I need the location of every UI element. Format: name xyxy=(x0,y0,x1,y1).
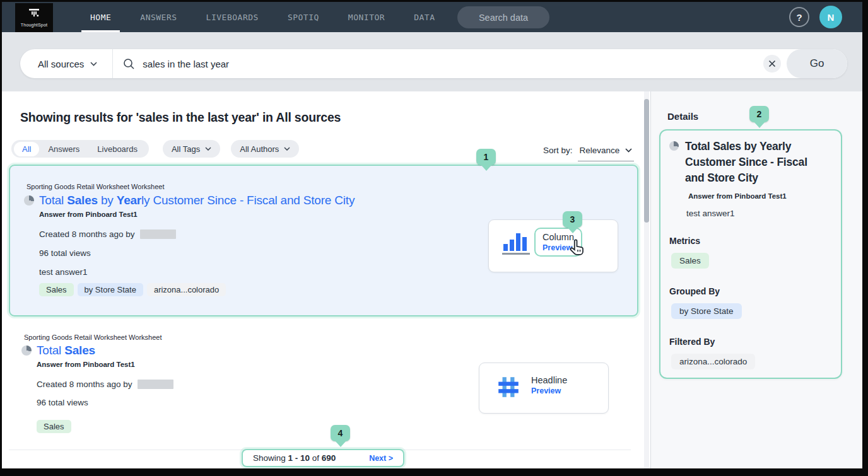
sort-label: Sort by: xyxy=(543,146,573,155)
filtered-by-chip: arizona...colorado xyxy=(671,354,755,369)
result-subtitle: Answer from Pinboard Test1 xyxy=(39,211,138,218)
redacted-author xyxy=(140,229,176,239)
filter-row: All Answers Liveboards All Tags All Auth… xyxy=(11,140,299,158)
metric-tag: Sales xyxy=(39,283,74,296)
close-icon xyxy=(768,60,776,67)
sort-value: Relevance xyxy=(580,146,620,155)
column-chart-icon xyxy=(502,233,530,255)
clear-search-button[interactable] xyxy=(763,55,781,73)
content-area: Showing results for 'sales in the last y… xyxy=(2,91,862,468)
result-card-1: Sporting Goods Retail Worksheet Workshee… xyxy=(9,165,638,316)
next-page-link[interactable]: Next > xyxy=(369,454,393,463)
preview-card-column[interactable]: Column Preview xyxy=(488,219,618,272)
chevron-down-icon xyxy=(284,147,290,151)
user-avatar[interactable]: N xyxy=(819,6,842,28)
source-selector[interactable]: All sources xyxy=(20,59,112,69)
hand-cursor-icon xyxy=(568,239,587,258)
nav-item-spotiq[interactable]: SPOTIQ xyxy=(288,2,319,32)
authors-filter-label: All Authors xyxy=(240,144,279,154)
nav-item-data[interactable]: DATA xyxy=(414,2,435,32)
result-created: Created 8 months ago by xyxy=(39,229,176,239)
pagination-status: Showing 1 - 10 of 690 xyxy=(253,453,336,463)
details-highlight-box: Total Sales by Yearly Customer Since - F… xyxy=(659,129,842,379)
grouped-by-chip: by Store State xyxy=(671,303,742,319)
sort-control: Sort by: Relevance xyxy=(543,146,634,161)
filter-all[interactable]: All xyxy=(14,142,39,156)
details-description: test answer1 xyxy=(686,209,832,218)
nav-search-data-button[interactable]: Search data xyxy=(457,6,549,28)
result-views: 96 total views xyxy=(37,398,88,407)
thoughtspot-logo[interactable]: ThoughtSpot xyxy=(15,3,53,32)
details-title: Total Sales by Yearly Customer Since - F… xyxy=(685,139,811,186)
search-strip: All sources Go xyxy=(2,32,862,91)
nav-item-answers[interactable]: ANSWERS xyxy=(140,2,177,32)
redacted-author xyxy=(138,380,173,389)
authors-filter-dropdown[interactable]: All Authors xyxy=(231,140,299,158)
result-title-row: Total Sales by Yearly Customer Since - F… xyxy=(24,194,355,207)
result-created: Created 8 months ago by xyxy=(37,380,173,389)
sort-dropdown[interactable]: Relevance xyxy=(578,146,635,161)
result-title-link[interactable]: Total Sales xyxy=(37,344,95,357)
details-panel: Details 2 Total Sales by Yearly Customer… xyxy=(650,91,862,468)
answer-pie-icon xyxy=(21,345,32,356)
group-tag: by Store State xyxy=(78,283,143,296)
answer-pie-icon xyxy=(24,195,34,206)
callout-pin-1: 1 xyxy=(476,149,496,165)
callout-pin-3: 3 xyxy=(563,211,582,228)
result-title-link[interactable]: Total Sales by Yearly Customer Since - F… xyxy=(39,194,355,207)
metric-tag: Sales xyxy=(37,420,71,433)
metrics-label: Metrics xyxy=(669,236,832,246)
results-pane: Showing results for 'sales in the last y… xyxy=(2,91,643,468)
go-button[interactable]: Go xyxy=(787,49,847,78)
source-selector-label: All sources xyxy=(38,59,84,69)
details-subtitle: Answer from Pinboard Test1 xyxy=(688,192,832,200)
result-title-row: Total Sales xyxy=(21,344,95,357)
result-views: 96 total views xyxy=(39,248,91,258)
help-button[interactable]: ? xyxy=(789,7,809,27)
nav-item-home[interactable]: HOME xyxy=(90,2,111,32)
logo-label: ThoughtSpot xyxy=(21,23,47,27)
result-tag-row: Sales by Store State arizona...colorado xyxy=(39,283,226,296)
thoughtspot-app: ThoughtSpot HOME ANSWERS LIVEBOARDS SPOT… xyxy=(2,2,862,468)
search-icon xyxy=(123,58,135,70)
pagination-bar: Showing 1 - 10 of 690 Next > xyxy=(242,449,404,467)
preview-link[interactable]: Preview xyxy=(531,386,567,395)
preview-text: Headline Preview xyxy=(531,375,567,395)
nav-item-monitor[interactable]: MONITOR xyxy=(348,2,385,32)
filter-tag: arizona...colorado xyxy=(147,283,226,296)
scrollbar-thumb[interactable] xyxy=(644,99,649,223)
result-description: test answer1 xyxy=(39,267,88,277)
tags-filter-label: All Tags xyxy=(172,144,200,154)
metrics-chip: Sales xyxy=(671,253,709,269)
details-title-row: Total Sales by Yearly Customer Since - F… xyxy=(669,139,832,186)
chevron-down-icon xyxy=(90,62,97,66)
search-bar: All sources Go xyxy=(20,49,847,78)
chevron-down-icon xyxy=(205,147,211,151)
tags-filter-dropdown[interactable]: All Tags xyxy=(163,140,220,158)
headline-hash-icon xyxy=(496,374,521,400)
filter-answers[interactable]: Answers xyxy=(39,142,88,156)
filtered-by-label: Filtered By xyxy=(669,337,832,347)
grouped-by-label: Grouped By xyxy=(669,286,832,296)
callout-pin-4: 4 xyxy=(331,425,350,441)
primary-nav: HOME ANSWERS LIVEBOARDS SPOTIQ MONITOR D… xyxy=(90,2,435,32)
preview-card-headline[interactable]: Headline Preview xyxy=(479,363,609,414)
result-source: Sporting Goods Retail Worksheet Workshee… xyxy=(26,183,164,190)
result-tag-row: Sales xyxy=(37,420,71,433)
chevron-down-icon xyxy=(625,148,632,153)
preview-type-label: Headline xyxy=(531,375,567,385)
result-source: Sporting Goods Retail Worksheet Workshee… xyxy=(24,334,161,341)
search-input[interactable] xyxy=(143,59,763,69)
nav-item-liveboards[interactable]: LIVEBOARDS xyxy=(206,2,259,32)
search-divider xyxy=(112,49,113,78)
callout-pin-2: 2 xyxy=(749,106,769,122)
details-heading: Details xyxy=(667,111,698,122)
thoughtspot-logo-icon xyxy=(27,9,41,21)
results-heading: Showing results for 'sales in the last y… xyxy=(20,110,341,125)
result-subtitle: Answer from Pinboard Test1 xyxy=(37,361,135,368)
top-nav: ThoughtSpot HOME ANSWERS LIVEBOARDS SPOT… xyxy=(2,2,862,32)
screenshot-frame: ThoughtSpot HOME ANSWERS LIVEBOARDS SPOT… xyxy=(0,0,868,476)
type-filter-segmented: All Answers Liveboards xyxy=(11,140,149,158)
filter-liveboards[interactable]: Liveboards xyxy=(88,142,146,156)
answer-pie-icon xyxy=(669,141,679,151)
